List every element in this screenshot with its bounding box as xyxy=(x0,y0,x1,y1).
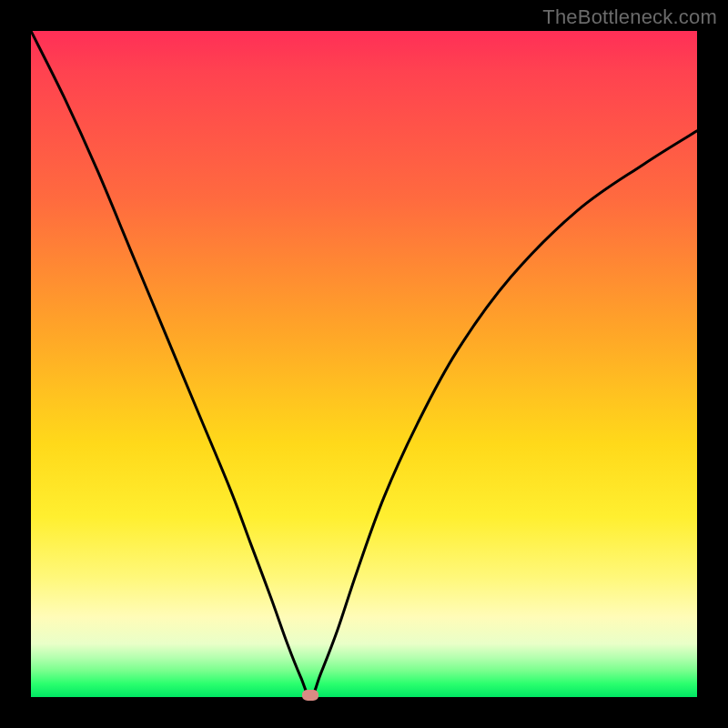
chart-frame: TheBottleneck.com xyxy=(0,0,728,728)
min-marker xyxy=(302,690,318,701)
watermark-text: TheBottleneck.com xyxy=(542,5,717,29)
plot-area xyxy=(31,31,697,697)
bottleneck-curve xyxy=(31,31,697,697)
curve-path xyxy=(31,31,697,697)
